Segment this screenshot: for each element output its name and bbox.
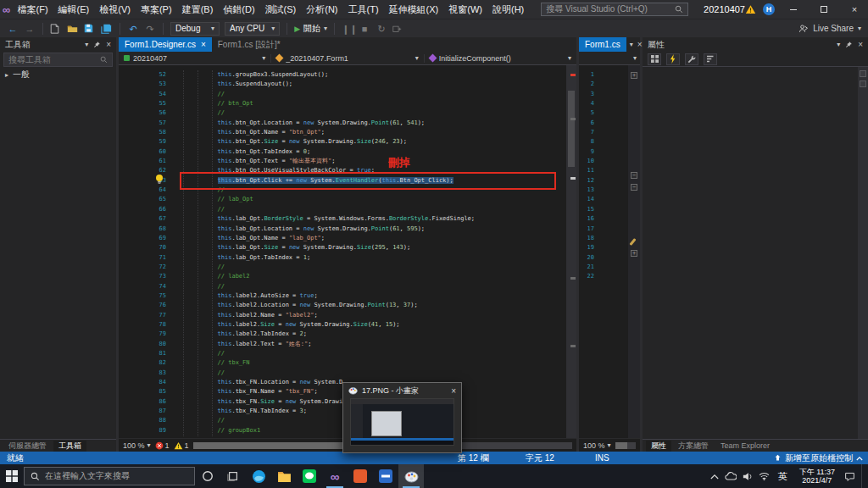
chevron-down-icon[interactable]: ▾ (85, 41, 88, 48)
green-app-icon[interactable] (297, 464, 322, 488)
code-line[interactable]: 83 // (119, 369, 576, 378)
new-project-icon[interactable] (50, 24, 62, 34)
scrollbar-thumb[interactable] (615, 442, 628, 449)
tab-solution-explorer[interactable]: 方案總管 (673, 441, 714, 452)
code-line[interactable]: 54 // (119, 90, 576, 99)
editor2-scrollbar[interactable]: + − − + (628, 65, 640, 438)
attach-process-icon[interactable] (392, 24, 404, 33)
zoom-control[interactable]: 100 % ▾ (123, 441, 151, 450)
code-line[interactable]: 76 this.label2.Location = new System.Dra… (119, 301, 576, 310)
action-center-icon[interactable] (844, 471, 855, 482)
expand-icon[interactable]: + (631, 72, 637, 79)
code-line[interactable]: 81 // (119, 349, 576, 358)
editor2-horizontal-scrollbar[interactable] (615, 442, 636, 449)
code-line[interactable]: 74 // (119, 282, 576, 291)
close-icon[interactable]: × (637, 40, 643, 49)
start-button[interactable] (0, 464, 24, 488)
menu-item[interactable]: 檢視(V) (94, 0, 136, 19)
configuration-dropdown[interactable]: Debug ▾ (170, 22, 220, 36)
notifications-warning-icon[interactable] (745, 4, 756, 14)
platform-dropdown[interactable]: Any CPU ▾ (225, 22, 280, 36)
breadcrumb-method[interactable]: InitializeComponent() ▾ (425, 54, 576, 63)
menu-item[interactable]: 專案(P) (136, 0, 177, 19)
tab-properties[interactable]: 屬性 (646, 441, 671, 452)
network-wifi-icon[interactable] (759, 472, 770, 480)
stop-icon[interactable]: ■ (359, 23, 370, 35)
code-line[interactable]: 52 this.groupBox3.SuspendLayout(); (119, 70, 576, 80)
breadcrumb-class[interactable]: _20210407.Form1 ▾ (271, 54, 424, 63)
code-line[interactable]: 71 this.lab_Opt.TabIndex = 1; (119, 253, 576, 263)
paint-icon[interactable] (398, 464, 424, 488)
code-line[interactable]: 57 this.btn_Opt.Location = new System.Dr… (119, 119, 576, 128)
undo-icon[interactable]: ↶ (127, 23, 139, 35)
tab-toolbox[interactable]: 工具箱 (53, 441, 86, 452)
code-line[interactable]: 78 this.label2.Size = new System.Drawing… (119, 320, 576, 330)
expand-icon[interactable]: + (631, 250, 637, 257)
properties-wrench-icon[interactable] (685, 53, 698, 65)
preview-thumbnail[interactable] (350, 398, 454, 446)
close-icon[interactable]: × (201, 40, 206, 49)
code-line[interactable]: 80 this.label2.Text = "姓名:"; (119, 340, 576, 349)
code-line[interactable]: 70 this.lab_Opt.Size = new System.Drawin… (119, 243, 576, 252)
scrollbar-thumb[interactable] (568, 91, 575, 167)
onedrive-cloud-icon[interactable] (725, 472, 737, 480)
code-line[interactable]: 55 // btn_Opt (119, 99, 576, 108)
toolbox-group-general[interactable]: ▸ 一般 (0, 68, 116, 81)
pause-icon[interactable]: ❙❙ (342, 23, 353, 35)
code-line[interactable]: 66 // (119, 205, 576, 214)
code-line[interactable]: 68 this.lab_Opt.Location = new System.Dr… (119, 225, 576, 234)
error-indicator[interactable]: 1 (155, 441, 170, 450)
collapse-icon[interactable]: − (631, 184, 637, 191)
pin-icon[interactable] (845, 41, 853, 48)
open-file-icon[interactable] (67, 24, 79, 33)
code-line[interactable]: 77 this.label2.Name = "label2"; (119, 311, 576, 320)
quick-actions-lightbulb-icon[interactable] (154, 174, 164, 185)
menu-item[interactable]: 建置(B) (177, 0, 219, 19)
menu-item[interactable]: 分析(N) (301, 0, 342, 19)
chevron-down-icon[interactable]: ▾ (630, 41, 633, 48)
volume-icon[interactable] (743, 472, 753, 481)
menu-item[interactable]: 檔案(F) (13, 0, 53, 19)
code-line[interactable]: 61 this.btn_Opt.Text = "輸出基本資料"; (119, 157, 576, 166)
menu-item[interactable]: 測試(S) (260, 0, 302, 19)
pin-icon[interactable] (93, 41, 101, 48)
code-line[interactable]: 75 this.label2.AutoSize = true; (119, 291, 576, 301)
redo-icon[interactable]: ↷ (144, 23, 156, 35)
alphabetical-sort-icon[interactable] (704, 53, 717, 65)
scroll-up-icon[interactable] (860, 70, 866, 77)
tab-server-explorer[interactable]: 伺服器總管 (3, 441, 52, 452)
save-icon[interactable] (84, 24, 96, 33)
chevron-down-icon[interactable]: ▾ (633, 54, 637, 62)
tab-team-explorer[interactable]: Team Explorer (715, 441, 775, 452)
code-line[interactable]: 58 this.btn_Opt.Name = "btn_Opt"; (119, 128, 576, 137)
add-to-source-control-button[interactable]: 新增至原始檔控制 (774, 452, 863, 464)
chevron-down-icon[interactable]: ▾ (837, 41, 840, 48)
file-explorer-icon[interactable] (271, 464, 297, 488)
categorized-icon[interactable] (648, 53, 661, 65)
cortana-icon[interactable] (195, 464, 220, 488)
show-desktop-button[interactable] (861, 464, 865, 488)
tab-form1-designer-cs[interactable]: Form1.Designer.cs × (119, 37, 212, 52)
taskbar-clock[interactable]: 下午 11:37 2021/4/7 (796, 468, 838, 485)
code-line[interactable]: 65 // lab_Opt (119, 195, 576, 204)
code-line[interactable]: 72 // (119, 263, 576, 272)
navigate-back-icon[interactable]: ← (7, 23, 19, 35)
menu-item[interactable]: 說明(H) (487, 0, 529, 19)
code-line[interactable]: 67 this.lab_Opt.BorderStyle = System.Win… (119, 214, 576, 224)
code-line[interactable]: 56 // (119, 108, 576, 118)
minimize-button[interactable] (782, 0, 805, 19)
menu-item[interactable]: 視窗(W) (443, 0, 487, 19)
user-avatar[interactable]: H (763, 3, 775, 15)
code-editor-secondary[interactable]: 12345678910111213141516171819202122 + − … (579, 65, 640, 438)
navigate-forward-icon[interactable]: → (24, 23, 36, 35)
live-share-button[interactable]: Live Share ▾ (798, 24, 861, 34)
browser-icon[interactable] (246, 464, 271, 488)
hidden-icons-chevron[interactable] (710, 474, 719, 480)
save-all-icon[interactable] (101, 24, 113, 34)
taskbar-search-input[interactable]: 在這裡輸入文字來搜尋 (24, 467, 195, 485)
menu-item[interactable]: 延伸模組(X) (384, 0, 444, 19)
maximize-button[interactable] (812, 0, 836, 19)
blue-app-icon[interactable] (373, 464, 398, 488)
menu-item[interactable]: 編輯(E) (53, 0, 95, 19)
code-line[interactable]: 79 this.label2.TabIndex = 2; (119, 330, 576, 339)
